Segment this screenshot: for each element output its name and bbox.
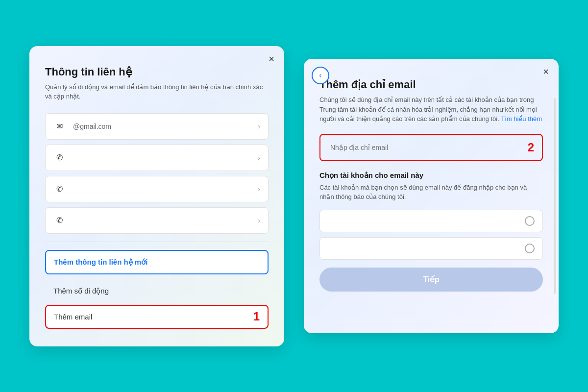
right-modal-description: Chúng tôi sẽ dùng địa chỉ email này trên… <box>319 95 543 124</box>
phone-contact-item-2[interactable]: ✆ › <box>45 176 269 202</box>
add-email-button[interactable]: Thêm email 1 <box>45 305 269 329</box>
step-badge-2: 2 <box>528 141 534 154</box>
phone-arrow-icon-3: › <box>258 217 260 224</box>
continue-button[interactable]: Tiếp <box>319 268 543 292</box>
step-badge-1: 1 <box>253 310 260 323</box>
phone-contact-item-1[interactable]: ✆ › <box>45 145 269 171</box>
select-account-title: Chọn tài khoản cho email này <box>319 171 543 180</box>
close-button-left[interactable]: × <box>269 54 274 64</box>
email-contact-item[interactable]: ✉ @gmail.com › <box>45 113 269 140</box>
divider <box>45 242 269 242</box>
phone-icon-3: ✆ <box>53 215 65 226</box>
right-modal: ‹ × Thêm địa chỉ email Chúng tôi sẽ dùng… <box>304 59 559 333</box>
learn-more-link[interactable]: Tìm hiểu thêm <box>501 115 542 122</box>
email-value: @gmail.com <box>73 122 258 130</box>
email-input-wrapper: 2 <box>319 134 543 161</box>
phone-icon-2: ✆ <box>53 183 65 195</box>
radio-button-2[interactable] <box>525 244 535 253</box>
email-input[interactable] <box>322 137 540 158</box>
add-new-contact-button[interactable]: Thêm thông tin liên hệ mới <box>45 250 269 274</box>
close-button-right[interactable]: × <box>543 67 549 76</box>
right-modal-title: Thêm địa chỉ email <box>319 78 543 91</box>
back-button[interactable]: ‹ <box>312 67 329 84</box>
phone-arrow-icon-1: › <box>258 154 260 162</box>
phone-contact-item-3[interactable]: ✆ › <box>45 207 269 234</box>
radio-button-1[interactable] <box>525 216 535 226</box>
add-phone-button[interactable]: Thêm số di động <box>45 279 269 303</box>
add-email-label: Thêm email <box>54 313 92 321</box>
select-account-description: Các tài khoản mà bạn chọn sẽ dùng email … <box>319 183 543 202</box>
email-arrow-icon: › <box>258 122 260 130</box>
account-option-1[interactable] <box>319 210 543 232</box>
phone-arrow-icon-2: › <box>258 185 260 193</box>
left-modal-title: Thông tin liên hệ <box>45 66 269 78</box>
email-icon: ✉ <box>53 121 65 132</box>
account-option-2[interactable] <box>319 237 543 260</box>
left-modal: × Thông tin liên hệ Quản lý số di động v… <box>29 46 284 346</box>
phone-icon-1: ✆ <box>53 152 65 164</box>
left-modal-subtitle: Quản lý số di động và email để đảm bảo t… <box>45 82 269 101</box>
